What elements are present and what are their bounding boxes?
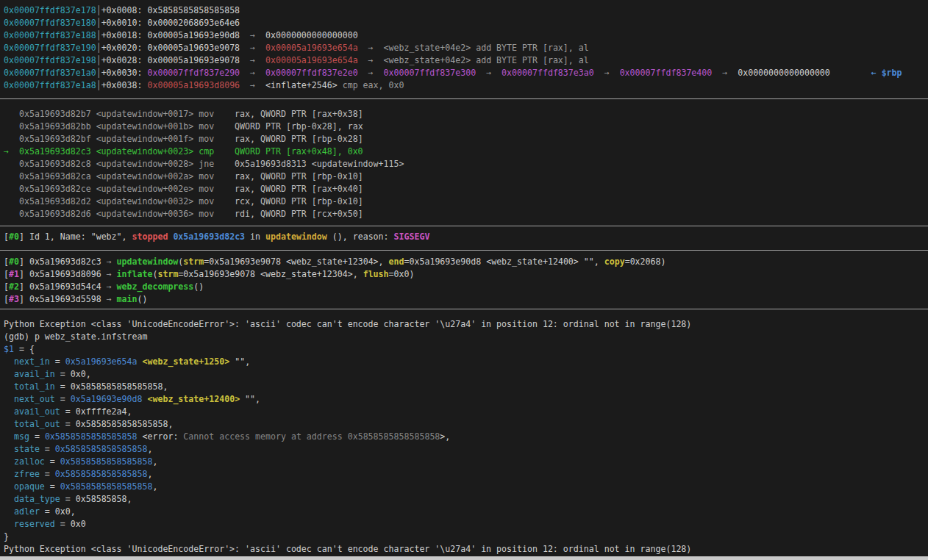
text-segment: [: [4, 256, 9, 267]
text-segment: #0: [9, 256, 19, 267]
text-segment: [4, 356, 14, 367]
text-segment: [112, 281, 117, 292]
text-segment: <webz_state+04e2> add BYTE PTR [rax], al: [384, 55, 589, 65]
text-segment: #2: [9, 281, 19, 292]
text-segment: = 0x0: [55, 519, 86, 529]
text-segment: rax, QWORD PTR [rax+0x38]: [235, 109, 363, 119]
text-segment: strm: [157, 269, 178, 279]
text-segment: 0x0000000000000000: [265, 30, 358, 40]
console-line: next_out = 0x5a19693e90d8 <webz_state+12…: [4, 393, 928, 406]
text-segment: }: [4, 531, 9, 542]
text-segment: <inflate+2546>: [265, 80, 343, 90]
section-separator: [0, 250, 928, 251]
text-segment: =0x2068): [625, 256, 666, 267]
text-segment: →: [240, 43, 265, 53]
text-segment: =0x5a19693e90d8 <webz_state+12400> "",: [404, 256, 604, 267]
text-segment: [4, 381, 14, 392]
text-segment: = 0x58585858,: [60, 494, 132, 504]
text-segment: zfree: [14, 469, 40, 479]
text-segment: +0x0038:: [101, 80, 148, 90]
text-segment: (): [193, 281, 204, 292]
console-line: msg = 0x5858585858585858 <error: Cannot …: [4, 431, 928, 443]
thread-line: [#0] Id 1, Name: "webz", stopped 0x5a196…: [4, 231, 928, 243]
text-segment: →: [240, 55, 265, 65]
stack-line: 0x00007ffdf837e190│+0x0020: 0x00005a1969…: [4, 42, 928, 54]
text-segment: stopped: [132, 231, 168, 242]
text-segment: ] Id 1, Name: "webz",: [19, 231, 132, 242]
gdb-terminal[interactable]: { "app": "gdb-gef-debugger-context", "pa…: [0, 0, 928, 560]
text-segment: =: [45, 481, 60, 492]
text-segment: 0x00007ffdf837e290: [147, 68, 240, 78]
text-segment: │: [96, 80, 101, 90]
text-segment: [4, 506, 14, 517]
text-segment: 0x5a19693d82bf <updatewindow+001f> mov: [4, 134, 235, 144]
console-line: zfree = 0x5858585858585858,: [4, 468, 928, 481]
text-segment: 0x5a19693d8313 <updatewindow+115>: [235, 159, 404, 169]
text-segment: rax, QWORD PTR [rax+0x40]: [235, 184, 363, 194]
text-segment: →: [476, 68, 502, 78]
text-segment: rdi, QWORD PTR [rcx+0x50]: [235, 209, 363, 219]
text-segment: +0x0020: 0x00005a19693e9078: [101, 43, 240, 53]
console-line: opaque = 0x5858585858585858,: [4, 481, 928, 493]
text-segment: 0x00005a19693d8096: [147, 80, 240, 90]
text-segment: [112, 294, 117, 304]
console-line: total_out = 0x5858585858585858,: [4, 418, 928, 431]
disasm-line: 0x5a19693d82bb <updatewindow+001b> mov Q…: [4, 121, 928, 133]
console-line: zalloc = 0x5858585858585858,: [4, 456, 928, 468]
text-segment: 0x5a19693d82bb <updatewindow+001b> mov: [4, 121, 235, 132]
text-segment: →: [358, 55, 384, 65]
text-segment: [4, 481, 14, 492]
backtrace-frame: [#2] 0x5a19693d54c4 → webz_decompress(): [4, 281, 928, 293]
text-segment: total_out: [14, 419, 60, 429]
text-segment: [4, 444, 14, 454]
text-segment: SIGSEGV: [394, 231, 430, 242]
text-segment: 0x5a19693d82d2 <updatewindow+0032> mov: [4, 196, 235, 207]
text-segment: = 0x5858585858585858,: [60, 419, 174, 429]
text-segment: ] 0x5a19693d54c4: [19, 281, 107, 292]
text-segment: 0x5a19693d82c3: [173, 231, 245, 242]
text-segment: →: [240, 30, 265, 40]
disasm-line: 0x5a19693d82d6 <updatewindow+0036> mov r…: [4, 208, 928, 220]
console-line: reserved = 0x0: [4, 518, 928, 531]
text-segment: next_in: [14, 356, 50, 367]
text-segment: │: [96, 18, 101, 28]
horizontal-scrollbar[interactable]: [0, 556, 928, 560]
text-segment: "",: [229, 356, 250, 367]
text-segment: Python Exception <class 'UnicodeEncodeEr…: [4, 319, 691, 329]
text-segment: 0x5a19693e654a: [65, 356, 138, 367]
text-segment: [138, 356, 143, 367]
text-segment: =0x5a19693e9078 <webz_state+12304>,: [178, 269, 363, 279]
text-segment: [: [4, 294, 9, 304]
stack-line: 0x00007ffdf837e178│+0x0008: 0x5858585858…: [4, 4, 928, 17]
text-segment: 0x00007ffdf837e1a8: [4, 80, 96, 90]
text-segment: >,: [440, 431, 450, 442]
console-line: data_type = 0x58585858,: [4, 493, 928, 506]
text-segment: 0x00007ffdf837e1a0: [4, 68, 96, 78]
text-segment: 0x00007ffdf837e400: [620, 68, 713, 78]
text-segment: (gdb) p webz_state.infstream: [4, 331, 147, 342]
gdb-console-output: Python Exception <class 'UnicodeEncodeEr…: [0, 318, 928, 556]
text-segment: [4, 419, 14, 429]
text-segment: [: [4, 231, 9, 242]
text-segment: [4, 431, 14, 442]
disasm-line: 0x5a19693d82bf <updatewindow+001f> mov r…: [4, 133, 928, 146]
text-segment: rcx, QWORD PTR [rbp-0x10]: [235, 196, 363, 207]
text-segment: →: [240, 80, 265, 90]
text-segment: [4, 456, 14, 467]
text-segment: 0x00007ffdf837e180: [4, 18, 96, 28]
text-segment: 0x5a19693d82c8 <updatewindow+0028> jne: [4, 159, 235, 169]
text-segment: [: [4, 281, 9, 292]
text-segment: 0x00007ffdf837e198: [4, 55, 96, 65]
disasm-line: → 0x5a19693d82c3 <updatewindow+0023> cmp…: [4, 146, 928, 158]
text-segment: = 0xffffe2a4,: [60, 406, 132, 417]
text-segment: #1: [9, 269, 19, 279]
stack-line: 0x00007ffdf837e180│+0x0010: 0x0000206869…: [4, 17, 928, 29]
thread-status-panel: [#0] Id 1, Name: "webz", stopped 0x5a196…: [0, 231, 928, 243]
section-separator: [0, 98, 928, 99]
text-segment: rax, QWORD PTR [rbp-0x10]: [235, 171, 363, 182]
text-segment: 0x5a19693d82d6 <updatewindow+0036> mov: [4, 209, 235, 219]
text-segment: avail_in: [14, 369, 55, 379]
text-segment: ] 0x5a19693d82c3: [19, 256, 107, 267]
console-line: Python Exception <class 'UnicodeEncodeEr…: [4, 543, 928, 556]
text-segment: │: [96, 55, 101, 65]
